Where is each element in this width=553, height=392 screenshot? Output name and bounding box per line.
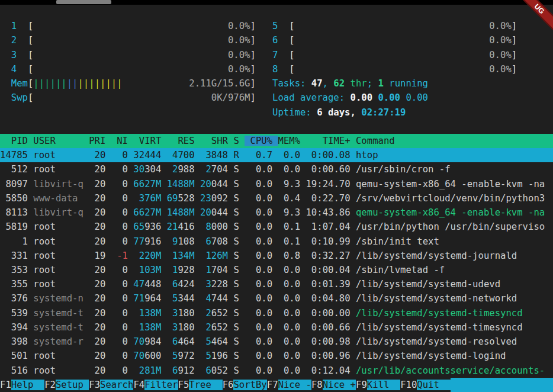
- cell-s: S: [233, 351, 239, 361]
- top-bar: [0, 0, 553, 5]
- cell-ni: 0: [111, 207, 128, 218]
- cell-pid: 516: [0, 365, 28, 376]
- process-row-8113[interactable]: 8113 libvirt-q 20 0 6627M 1488M 20044 S …: [0, 205, 553, 220]
- cell-pri: 20: [89, 279, 105, 290]
- cell-cpu: 0.0: [250, 351, 273, 361]
- cell-time: 0:00.98: [300, 336, 351, 347]
- cell-res: 9108: [167, 236, 195, 247]
- cell-virt: 70984: [133, 336, 161, 347]
- process-row-14785[interactable]: 14785 root 20 0 32444 4700 3848 R 0.7 0.…: [0, 148, 553, 162]
- fkey-help[interactable]: F1Help: [0, 378, 44, 392]
- cell-shr: 5196: [200, 351, 228, 361]
- column-header-cmd[interactable]: Command: [356, 136, 395, 146]
- cell-shr: 4744: [200, 293, 228, 304]
- cell-pri: 19: [89, 250, 105, 261]
- process-row-394[interactable]: 394 systemd-t 20 0 138M 3180 2652 S 0.0 …: [0, 320, 553, 335]
- column-header-s[interactable]: S: [233, 136, 239, 146]
- cell-s: S: [233, 365, 239, 376]
- cell-time: 0:10.99: [300, 236, 351, 247]
- cell-shr: 126M: [200, 250, 228, 261]
- process-row-5850[interactable]: 5850 www-data 20 0 376M 69528 23092 S 0.…: [0, 191, 553, 205]
- load-average: Load average: 0.00 0.00 0.00: [272, 92, 428, 103]
- cell-mem: 0.0: [278, 365, 301, 376]
- cell-res: 1488M: [167, 179, 195, 189]
- cpu-meter-3: 3 [ 0.0%]: [11, 50, 256, 60]
- cpu-meter-6: 6 [ 0.0%]: [272, 35, 517, 46]
- cell-cmd: /sbin/lvmetad -f: [356, 265, 445, 275]
- cell-mem: 0.8: [278, 250, 301, 261]
- column-header-shr[interactable]: SHR: [200, 136, 228, 146]
- process-row-355[interactable]: 355 root 20 0 47448 6424 3228 S 0.0 0.0 …: [0, 277, 553, 291]
- cell-pri: 20: [89, 322, 105, 333]
- column-header-pri[interactable]: PRI: [89, 136, 105, 146]
- column-header-pid[interactable]: PID: [0, 136, 28, 146]
- fkey-nice[interactable]: F7Nice -: [267, 378, 311, 392]
- column-header-virt[interactable]: VIRT: [133, 136, 161, 146]
- cell-res: 1928: [167, 265, 195, 275]
- column-header-cpu[interactable]: CPU%: [245, 136, 278, 146]
- cell-ni: 0: [111, 308, 128, 319]
- cell-cmd: /lib/systemd/systemd-journald: [356, 250, 517, 261]
- cell-cpu: 0.0: [250, 336, 273, 347]
- table-header: PID USER PRI NI VIRT RES SHR S CPU% MEM%…: [0, 134, 553, 148]
- process-row-5819[interactable]: 5819 root 20 0 65936 21416 8000 S 0.0 0.…: [0, 220, 553, 234]
- cell-ni: 0: [111, 164, 128, 175]
- column-header-time[interactable]: TIME+: [300, 136, 351, 146]
- process-row-539[interactable]: 539 systemd-t 20 0 138M 3180 2652 S 0.0 …: [0, 306, 553, 320]
- cell-user: root: [33, 365, 83, 376]
- cell-s: S: [233, 250, 239, 261]
- process-row-1[interactable]: 1 root 20 0 77916 9108 6708 S 0.0 0.1 0:…: [0, 234, 553, 249]
- cell-user: root: [33, 221, 83, 232]
- fkey-setup[interactable]: F2Setup: [44, 378, 89, 392]
- cell-res: 21416: [167, 221, 195, 232]
- cell-ni: 0: [111, 150, 128, 160]
- column-header-ni[interactable]: NI: [111, 136, 128, 146]
- fkey-sortby[interactable]: F6SortBy: [223, 378, 267, 392]
- cell-pri: 20: [89, 221, 105, 232]
- process-row-398[interactable]: 398 systemd-r 20 0 70984 6464 5464 S 0.0…: [0, 335, 553, 349]
- cell-shr: 2652: [200, 308, 228, 319]
- cell-pid: 8097: [0, 179, 28, 189]
- process-row-331[interactable]: 331 root 19 -1 220M 134M 126M S 0.0 0.8 …: [0, 249, 553, 263]
- fkey-quit[interactable]: F10Quit: [400, 378, 451, 392]
- cell-shr: 6052: [200, 365, 228, 376]
- cell-user: root: [33, 265, 83, 275]
- cell-virt: 281M: [133, 365, 161, 376]
- cell-shr: 2652: [200, 322, 228, 333]
- cell-cpu: 0.7: [250, 150, 273, 160]
- cell-cpu: 0.0: [250, 236, 273, 247]
- cell-mem: 0.1: [278, 221, 301, 232]
- cell-cpu: 0.0: [250, 164, 273, 175]
- cell-res: 2988: [167, 164, 195, 175]
- cell-shr: 8000: [200, 221, 228, 232]
- cell-s: S: [233, 336, 239, 347]
- process-row-353[interactable]: 353 root 20 0 103M 1928 1704 S 0.0 0.0 0…: [0, 263, 553, 277]
- process-row-501[interactable]: 501 root 20 0 70600 5972 5196 S 0.0 0.0 …: [0, 349, 553, 363]
- cell-res: 5972: [167, 351, 195, 361]
- column-header-res[interactable]: RES: [167, 136, 195, 146]
- fkey-tree[interactable]: F5Tree: [178, 378, 223, 392]
- cell-s: S: [233, 193, 239, 204]
- column-header-mem[interactable]: MEM%: [278, 136, 301, 146]
- process-row-516[interactable]: 516 root 20 0 281M 6912 6052 S 0.0 0.0 0…: [0, 364, 553, 378]
- fkey-nice[interactable]: F8Nice +: [311, 378, 356, 392]
- column-header-user[interactable]: USER: [33, 136, 83, 146]
- cell-time: 0:00.96: [300, 351, 351, 361]
- process-row-8097[interactable]: 8097 libvirt-q 20 0 6627M 1488M 20044 S …: [0, 177, 553, 191]
- cell-virt: 65936: [133, 221, 161, 232]
- cell-mem: 0.0: [278, 308, 301, 319]
- process-row-376[interactable]: 376 systemd-n 20 0 71964 5344 4744 S 0.0…: [0, 291, 553, 306]
- fkey-search[interactable]: F3Search: [89, 378, 133, 392]
- cell-ni: 0: [111, 193, 128, 204]
- fkey-kill[interactable]: F9Kill: [356, 378, 400, 392]
- cell-user: www-data: [33, 193, 83, 204]
- cell-time: 0:01.39: [300, 279, 351, 290]
- cell-ni: 0: [111, 279, 128, 290]
- cell-pri: 20: [89, 193, 105, 204]
- process-row-512[interactable]: 512 root 20 0 30304 2988 2704 S 0.0 0.0 …: [0, 162, 553, 176]
- cell-ni: -1: [111, 250, 128, 261]
- cell-s: R: [233, 150, 239, 160]
- cell-user: systemd-t: [33, 322, 83, 333]
- fkey-filter[interactable]: F4Filter: [133, 378, 178, 392]
- cell-pri: 20: [89, 265, 105, 275]
